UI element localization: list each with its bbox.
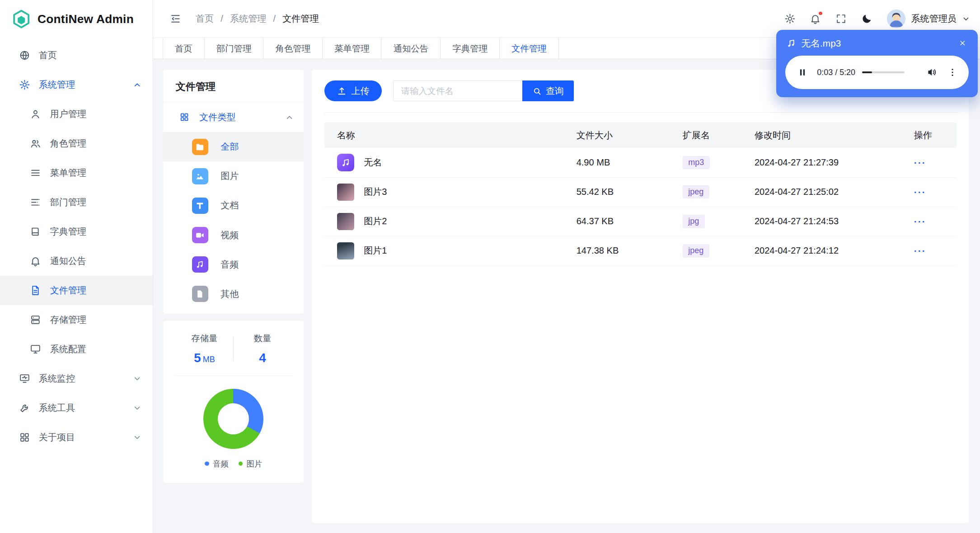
sidebar-item-label: 角色管理 — [50, 137, 86, 150]
dark-mode-button[interactable] — [856, 8, 877, 29]
upload-button[interactable]: 上传 — [324, 80, 382, 101]
breadcrumb-item-current: 文件管理 — [282, 13, 319, 25]
file-type-other[interactable]: 其他 — [163, 279, 304, 309]
file-name[interactable]: 图片3 — [364, 186, 387, 198]
app-logo[interactable]: ContiNew Admin — [0, 0, 153, 38]
column-header-size: 文件大小 — [569, 123, 675, 148]
image-thumbnail — [337, 184, 355, 201]
tab-home[interactable]: 首页 — [163, 38, 205, 59]
seek-slider-fill — [862, 71, 872, 73]
file-type-video[interactable]: 视频 — [163, 221, 304, 250]
settings-button[interactable] — [779, 8, 801, 29]
sidebar-item-dept-management[interactable]: 部门管理 — [0, 188, 153, 217]
app-title: ContiNew Admin — [38, 12, 134, 26]
volume-button[interactable] — [924, 65, 939, 80]
search-group: 查询 — [393, 80, 574, 101]
file-name[interactable]: 图片1 — [364, 245, 387, 257]
tab-menu-management[interactable]: 菜单管理 — [322, 38, 382, 59]
image-thumbnail — [337, 242, 355, 260]
user-name: 系统管理员 — [911, 13, 957, 25]
storage-stats: 存储量 5MB 数量 4 — [176, 332, 291, 365]
wrench-icon — [19, 402, 30, 414]
player-more-button[interactable] — [947, 65, 959, 80]
chevron-up-icon — [285, 113, 294, 122]
sidebar: ContiNew Admin 首页 系统管理 用户管理 角色管理 — [0, 0, 153, 533]
legend-dot — [205, 462, 209, 466]
sidebar-item-file-management[interactable]: 文件管理 — [0, 276, 153, 305]
close-player-button[interactable] — [957, 37, 969, 50]
sidebar-menu: 首页 系统管理 用户管理 角色管理 菜单管理 部门管理 — [0, 38, 153, 533]
seek-slider[interactable] — [862, 71, 905, 73]
legend-item-image[interactable]: 图片 — [239, 458, 263, 469]
row-actions-button[interactable]: ··· — [914, 157, 926, 168]
row-actions-button[interactable]: ··· — [914, 187, 926, 197]
grid-icon — [19, 432, 30, 443]
file-size: 4.90 MB — [569, 148, 675, 177]
file-type-section-toggle[interactable]: 文件类型 — [163, 102, 304, 132]
fullscreen-button[interactable] — [830, 8, 852, 29]
row-actions-button[interactable]: ··· — [914, 245, 926, 256]
pause-button[interactable] — [795, 65, 810, 80]
table-row[interactable]: 图片2 64.37 KB jpg 2024-04-27 21:24:53 ··· — [324, 207, 957, 236]
breadcrumb-item[interactable]: 系统管理 — [230, 13, 266, 25]
file-size: 55.42 KB — [569, 177, 675, 207]
breadcrumb: 首页 / 系统管理 / 文件管理 — [196, 13, 319, 25]
file-type-all[interactable]: 全部 — [163, 132, 304, 161]
column-header-ext: 扩展名 — [675, 123, 747, 148]
file-type-audio[interactable]: 音频 — [163, 250, 304, 279]
chart-legend: 音频 图片 — [205, 458, 262, 469]
sidebar-item-user-management[interactable]: 用户管理 — [0, 99, 153, 129]
logo-icon — [11, 9, 31, 29]
globe-icon — [19, 50, 30, 61]
file-type-document[interactable]: 文档 — [163, 191, 304, 220]
file-name[interactable]: 无名 — [364, 156, 382, 169]
user-menu[interactable]: 系统管理员 — [887, 9, 971, 28]
sidebar-item-label: 菜单管理 — [50, 167, 86, 179]
sidebar-item-home[interactable]: 首页 — [0, 41, 153, 70]
tab-role-management[interactable]: 角色管理 — [263, 38, 323, 59]
music-file-icon — [337, 154, 355, 171]
sidebar-item-system-config[interactable]: 系统配置 — [0, 335, 153, 364]
table-row[interactable]: 无名 4.90 MB mp3 2024-04-27 21:27:39 ··· — [324, 148, 957, 177]
sidebar-item-notice[interactable]: 通知公告 — [0, 246, 153, 276]
file-icon — [192, 286, 208, 302]
sidebar-item-label: 系统配置 — [50, 343, 86, 355]
tab-notice[interactable]: 通知公告 — [381, 38, 441, 59]
sidebar-item-about-project[interactable]: 关于项目 — [0, 423, 153, 452]
sidebar-item-system-tools[interactable]: 系统工具 — [0, 393, 153, 423]
sidebar-item-menu-management[interactable]: 菜单管理 — [0, 158, 153, 188]
tab-label: 字典管理 — [452, 42, 487, 55]
row-actions-button[interactable]: ··· — [914, 216, 926, 226]
tab-dept-management[interactable]: 部门管理 — [204, 38, 264, 59]
sidebar-item-system-management[interactable]: 系统管理 — [0, 70, 153, 99]
breadcrumb-item[interactable]: 首页 — [196, 13, 214, 25]
sidebar-item-label: 系统管理 — [39, 79, 75, 91]
music-icon — [192, 256, 208, 273]
folder-icon — [192, 139, 208, 155]
file-type-image[interactable]: 图片 — [163, 161, 304, 191]
sidebar-item-role-management[interactable]: 角色管理 — [0, 129, 153, 158]
file-type-label: 文档 — [220, 199, 239, 212]
sidebar-item-label: 系统监控 — [39, 373, 75, 385]
tab-label: 文件管理 — [511, 42, 546, 55]
file-name[interactable]: 图片2 — [364, 215, 387, 227]
search-input[interactable] — [393, 80, 522, 101]
sidebar-collapse-button[interactable] — [166, 9, 186, 29]
query-button[interactable]: 查询 — [522, 80, 573, 101]
sidebar-item-system-monitor[interactable]: 系统监控 — [0, 364, 153, 393]
table-row[interactable]: 图片1 147.38 KB jpeg 2024-04-27 21:24:12 ·… — [324, 236, 957, 265]
tab-dict-management[interactable]: 字典管理 — [440, 38, 500, 59]
bell-icon — [30, 255, 41, 267]
legend-item-audio[interactable]: 音频 — [205, 458, 229, 469]
image-thumbnail — [337, 213, 355, 231]
file-time: 2024-04-27 21:27:39 — [747, 148, 906, 177]
file-type-label: 图片 — [220, 170, 239, 182]
app-window: ContiNew Admin 首页 系统管理 用户管理 角色管理 — [0, 0, 980, 533]
notifications-button[interactable] — [805, 8, 826, 29]
book-icon — [30, 226, 41, 237]
tab-file-management[interactable]: 文件管理 — [499, 38, 559, 59]
sidebar-item-storage-management[interactable]: 存储管理 — [0, 305, 153, 335]
table-row[interactable]: 图片3 55.42 KB jpeg 2024-04-27 21:25:02 ··… — [324, 177, 957, 207]
sidebar-item-dict-management[interactable]: 字典管理 — [0, 217, 153, 246]
ext-tag: jpeg — [683, 185, 709, 198]
